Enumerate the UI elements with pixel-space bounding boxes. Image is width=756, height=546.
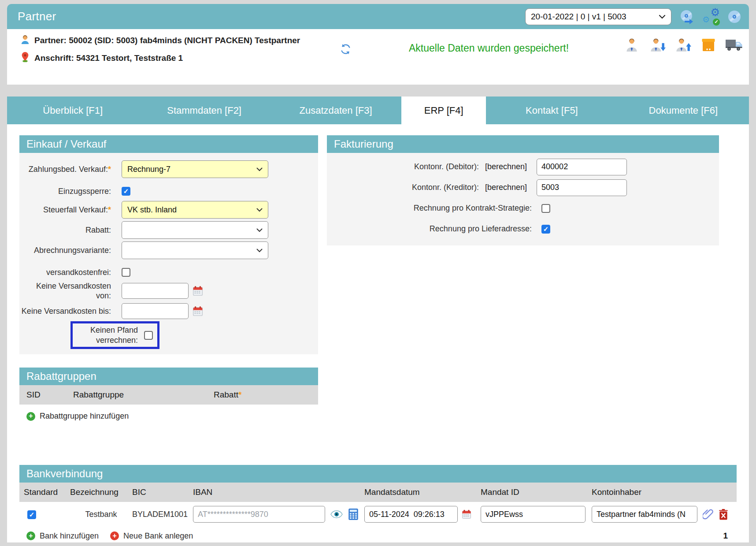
field-label: Steuerfall Verkauf:* <box>19 205 111 215</box>
kontoinhaber-input[interactable] <box>592 506 697 523</box>
mandat-id-input[interactable] <box>481 506 586 523</box>
businessman-upload-icon[interactable] <box>674 36 692 54</box>
berechnen-debitor-link[interactable]: [berechnen] <box>485 162 527 171</box>
disc-export-icon[interactable] <box>678 8 695 25</box>
businessman-download-icon[interactable] <box>649 36 666 54</box>
versand-von-input[interactable] <box>122 283 189 299</box>
debitor-input[interactable] <box>537 159 627 175</box>
column-header-sid: SID <box>19 390 73 400</box>
page-title: Partner <box>18 10 56 23</box>
new-bank-plus-icon[interactable] <box>110 531 119 540</box>
field-label: Rechnung pro Kontrakt-Strategie: <box>327 204 532 213</box>
column-header-kontoinhaber: Kontoinhaber <box>592 487 737 497</box>
paperclip-icon[interactable] <box>703 508 713 520</box>
new-bank-link[interactable]: Neue Bank anlegen <box>123 531 193 541</box>
truck-icon[interactable] <box>725 36 743 54</box>
bank-table-row: Testbank BYLADEM1001 <box>19 502 737 527</box>
refresh-icon[interactable] <box>340 43 352 57</box>
panel-title: Fakturierung <box>327 135 719 153</box>
address-text: Anschrift: 54321 Testort, Teststraße 1 <box>34 53 183 63</box>
partner-infobar: Partner: 50002 (SID: 5003) fab4minds (NI… <box>7 29 749 85</box>
bank-table-header: Standard Bezeichnung BIC IBAN Mandatsdat… <box>19 483 737 502</box>
bankverbindung-panel: Bankverbindung Standard Bezeichnung BIC … <box>19 465 737 541</box>
tab-ueberblick[interactable]: Überblick [F1] <box>7 97 138 124</box>
new-bank-group: Neue Bank anlegen <box>110 531 193 541</box>
iban-input[interactable] <box>193 506 325 523</box>
version-select[interactable]: 20-01-2022 | 0 | v1 | 5003 <box>525 8 671 25</box>
berechnen-kreditor-link[interactable]: [berechnen] <box>485 183 527 192</box>
tab-stammdaten[interactable]: Stammdaten [F2] <box>138 97 270 124</box>
partner-line: Partner: 50002 (SID: 5003) fab4minds (NI… <box>20 34 324 49</box>
abrechnungsvariante-select[interactable] <box>122 241 268 259</box>
add-rabattgruppe-row: Rabattgruppe hinzufügen <box>19 405 318 425</box>
standard-checkbox[interactable] <box>27 510 36 519</box>
rabattgruppen-table-header: SID Rabattgruppe Rabatt* <box>19 385 318 405</box>
check-badge-icon: ✓ <box>713 19 720 26</box>
chevron-down-icon <box>659 15 666 19</box>
pfand-focus-box: Keinen Pfand verrechnen: <box>70 321 159 349</box>
field-label: Keine Versandkosten bis: <box>19 306 111 316</box>
keinen-pfand-checkbox[interactable] <box>144 331 153 340</box>
required-marker: * <box>108 205 111 214</box>
version-select-value: 20-01-2022 | 0 | v1 | 5003 <box>531 12 626 22</box>
column-header-standard: Standard <box>19 487 70 497</box>
tab-dokumente[interactable]: Dokumente [F6] <box>618 97 749 124</box>
kreditor-input[interactable] <box>537 179 627 196</box>
partner-action-icons <box>623 36 743 54</box>
required-marker: * <box>238 390 241 399</box>
field-label: Rechnung pro Lieferadresse: <box>327 224 532 234</box>
versandkostenfrei-checkbox[interactable] <box>122 268 130 277</box>
tab-erp[interactable]: ERP [F4] <box>401 97 486 124</box>
steuerfall-verkauf-select[interactable]: VK stb. Inland <box>122 201 268 219</box>
chevron-down-icon <box>256 208 263 212</box>
eye-icon[interactable] <box>330 510 343 518</box>
calculator-icon[interactable] <box>348 508 359 520</box>
bank-row-count: 1 <box>723 531 728 541</box>
column-header-bic: BIC <box>132 487 193 497</box>
tab-bar: Überblick [F1] Stammdaten [F2] Zusatzdat… <box>7 97 749 124</box>
tab-kontakt[interactable]: Kontakt [F5] <box>486 97 617 124</box>
versand-bis-input[interactable] <box>122 303 189 319</box>
settings-gears-icon[interactable]: ⚙ ⚙ ✓ <box>702 8 720 26</box>
calendar-icon[interactable] <box>192 285 204 297</box>
add-bank-link[interactable]: Bank hinzufügen <box>40 531 99 541</box>
einkauf-verkauf-panel: Einkauf / Verkauf Zahlungsbed. Verkauf:*… <box>19 135 318 354</box>
field-label: Rabatt: <box>19 225 111 235</box>
lieferadresse-checkbox[interactable] <box>541 225 550 234</box>
chevron-down-icon <box>256 249 263 253</box>
add-plus-icon[interactable] <box>26 412 35 421</box>
column-header-mandatsdatum: Mandatsdatum <box>364 487 481 497</box>
panel-title: Rabattgruppen <box>19 368 318 385</box>
add-rabattgruppe-link[interactable]: Rabattgruppe hinzufügen <box>40 412 129 421</box>
status-message: Aktuelle Daten wurden gespeichert! <box>409 42 569 54</box>
calendar-icon[interactable] <box>192 305 204 317</box>
delete-icon[interactable] <box>719 509 728 520</box>
field-label: Keinen Pfand verrechnen: <box>74 325 138 345</box>
einzugssperre-checkbox[interactable] <box>122 187 130 196</box>
chevron-down-icon <box>256 167 263 171</box>
selected-value: Rechnung-7 <box>127 165 170 174</box>
page-header-bar: Partner 20-01-2022 | 0 | v1 | 5003 ⚙ ⚙ ✓ <box>7 4 749 29</box>
field-label: Abrechnungsvariante: <box>19 245 111 256</box>
panel-title: Bankverbindung <box>19 465 737 483</box>
rabattgruppen-panel: Rabattgruppen SID Rabattgruppe Rabatt* R… <box>19 368 318 425</box>
field-label: Kontonr. (Kreditor): <box>327 183 479 192</box>
person-icon <box>20 34 30 49</box>
location-pin-icon <box>20 52 30 67</box>
package-icon[interactable] <box>700 36 717 54</box>
tab-zusatzdaten[interactable]: Zusatzdaten [F3] <box>270 97 401 124</box>
gear-icon: ⚙ <box>710 6 720 19</box>
rabatt-select[interactable] <box>122 221 268 239</box>
add-bank-plus-icon[interactable] <box>26 531 35 540</box>
chevron-down-icon <box>256 228 263 232</box>
partner-info: Partner: 50002 (SID: 5003) fab4minds (NI… <box>20 34 324 69</box>
kontrakt-strategie-checkbox[interactable] <box>541 204 550 213</box>
selected-value: VK stb. Inland <box>127 205 177 215</box>
field-label: Einzugssperre: <box>19 186 111 197</box>
disc-icon[interactable] <box>727 9 742 24</box>
calendar-icon[interactable] <box>461 509 472 520</box>
zahlungsbed-verkauf-select[interactable]: Rechnung-7 <box>122 160 268 178</box>
field-label: Keine Versandkosten von: <box>19 281 111 301</box>
mandatsdatum-input[interactable] <box>364 506 458 523</box>
businessman-icon[interactable] <box>623 36 641 54</box>
